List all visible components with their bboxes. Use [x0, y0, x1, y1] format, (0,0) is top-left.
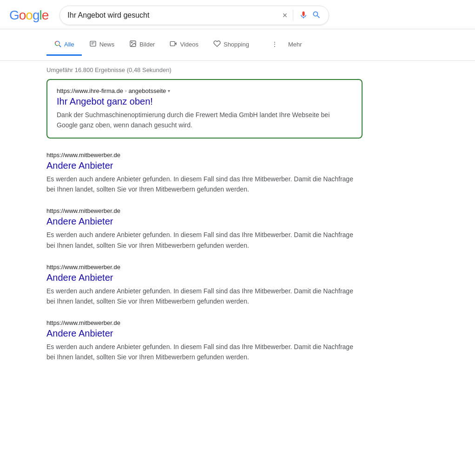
result-item: https://www.mitbewerber.de Andere Anbiet… — [46, 319, 363, 362]
featured-url-text: https://www.ihre-firma.de — [57, 87, 123, 94]
google-logo: Google — [9, 8, 48, 23]
featured-url-path: angebotsseite — [128, 87, 166, 94]
svg-point-2 — [56, 42, 58, 44]
search-bar: × — [59, 6, 329, 25]
tab-mehr-label: Mehr — [288, 41, 302, 48]
logo-letter-o1: o — [19, 8, 26, 23]
tab-news[interactable]: News — [82, 34, 122, 56]
result-snippet-2: Es werden auch andere Anbieter gefunden.… — [46, 286, 363, 306]
result-item: https://www.mitbewerber.de Andere Anbiet… — [46, 264, 363, 306]
logo-letter-g2: g — [33, 8, 40, 23]
result-title-2[interactable]: Andere Anbieter — [46, 272, 363, 283]
result-url-text-1: https://www.mitbewerber.de — [46, 207, 120, 214]
header: Google × — [0, 0, 475, 29]
result-title-3[interactable]: Andere Anbieter — [46, 328, 363, 339]
news-icon — [89, 40, 97, 49]
tab-bilder[interactable]: Bilder — [122, 34, 162, 56]
result-snippet-0: Es werden auch andere Anbieter gefunden.… — [46, 174, 363, 194]
result-snippet-1: Es werden auch andere Anbieter gefunden.… — [46, 230, 363, 250]
results-info: Umgefähr 16.800 Ergebnisse (0,48 Sekunde… — [0, 61, 475, 79]
svg-rect-8 — [171, 41, 175, 46]
mehr-icon: ⋮ — [264, 35, 285, 53]
nav-tabs: Alle News Bilder — [0, 29, 475, 61]
result-title-1[interactable]: Andere Anbieter — [46, 216, 363, 227]
tab-alle-label: Alle — [64, 41, 74, 48]
result-url-3: https://www.mitbewerber.de — [46, 319, 363, 326]
mic-icon[interactable] — [299, 10, 308, 21]
results-count: Umgefähr 16.800 Ergebnisse (0,48 Sekunde… — [46, 66, 172, 73]
clear-icon[interactable]: × — [283, 11, 288, 20]
tab-mehr[interactable]: ⋮ Mehr — [257, 29, 310, 60]
result-url-text-3: https://www.mitbewerber.de — [46, 319, 120, 326]
tab-videos-label: Videos — [180, 41, 198, 48]
search-divider — [293, 10, 293, 21]
featured-result-title[interactable]: Ihr Angebot ganz oben! — [57, 96, 352, 107]
search-submit-icon[interactable] — [312, 10, 321, 21]
videos-icon — [170, 40, 177, 49]
other-results-list: https://www.mitbewerber.de Andere Anbiet… — [46, 152, 363, 362]
result-url-0: https://www.mitbewerber.de — [46, 152, 363, 159]
result-item: https://www.mitbewerber.de Andere Anbiet… — [46, 207, 363, 250]
result-title-0[interactable]: Andere Anbieter — [46, 160, 363, 171]
logo-letter-g: G — [9, 8, 19, 23]
svg-point-7 — [132, 42, 132, 43]
svg-line-1 — [59, 45, 61, 47]
featured-result-snippet: Dank der Suchmaschinenoptimierung durch … — [57, 110, 352, 130]
search-input[interactable] — [67, 11, 278, 20]
results-container: https://www.ihre-firma.de › angebotsseit… — [0, 79, 372, 384]
tab-bilder-label: Bilder — [139, 41, 155, 48]
tab-shopping-label: Shopping — [224, 41, 249, 48]
tab-news-label: News — [99, 41, 115, 48]
result-url-2: https://www.mitbewerber.de — [46, 264, 363, 271]
logo-letter-e: e — [42, 8, 49, 23]
result-item: https://www.mitbewerber.de Andere Anbiet… — [46, 152, 363, 194]
result-url-text-2: https://www.mitbewerber.de — [46, 264, 120, 271]
result-snippet-3: Es werden auch andere Anbieter gefunden.… — [46, 342, 363, 362]
featured-result: https://www.ihre-firma.de › angebotsseit… — [46, 79, 363, 139]
shopping-icon — [213, 40, 221, 49]
bilder-icon — [129, 40, 137, 49]
tab-videos[interactable]: Videos — [162, 34, 206, 56]
featured-result-url: https://www.ihre-firma.de › angebotsseit… — [57, 87, 352, 94]
tab-alle[interactable]: Alle — [46, 34, 82, 56]
tab-shopping[interactable]: Shopping — [206, 34, 257, 56]
alle-icon — [54, 40, 61, 49]
featured-url-dropdown-icon[interactable]: ▾ — [168, 88, 170, 93]
result-url-1: https://www.mitbewerber.de — [46, 207, 363, 214]
logo-letter-o2: o — [26, 8, 33, 23]
result-url-text-0: https://www.mitbewerber.de — [46, 152, 120, 159]
featured-url-separator: › — [125, 88, 126, 93]
